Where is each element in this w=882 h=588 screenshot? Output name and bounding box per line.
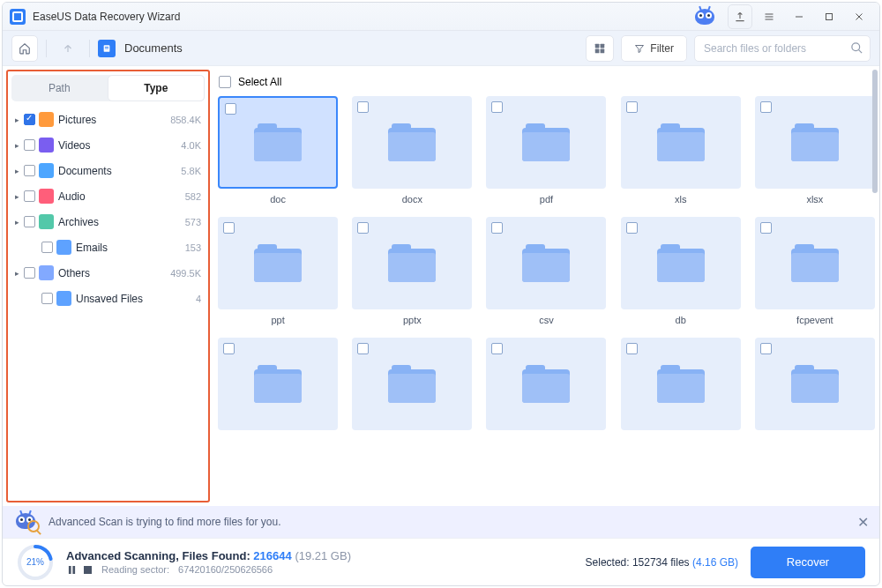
menu-button[interactable]: [756, 5, 782, 28]
checkbox[interactable]: [357, 101, 369, 113]
checkbox[interactable]: [491, 222, 503, 234]
breadcrumb[interactable]: Documents: [124, 41, 183, 55]
folder-card[interactable]: db: [620, 217, 742, 325]
recover-button[interactable]: Recover: [751, 547, 865, 578]
category-icon: [39, 214, 54, 229]
caret-icon: ▸: [15, 218, 24, 227]
select-all-label: Select All: [238, 76, 281, 88]
folder-icon: [254, 245, 302, 282]
filter-button[interactable]: Filter: [621, 35, 687, 62]
checkbox[interactable]: [24, 216, 35, 227]
select-all-checkbox[interactable]: [219, 76, 231, 88]
folder-icon: [388, 245, 436, 282]
progress-percent: 21%: [17, 544, 54, 581]
checkbox[interactable]: [24, 190, 35, 202]
folder-label: docx: [402, 194, 422, 205]
checkbox[interactable]: [626, 343, 638, 354]
folder-card[interactable]: ppt: [217, 217, 339, 325]
checkbox[interactable]: [223, 343, 235, 354]
checkbox[interactable]: [626, 101, 638, 113]
main-panel: Select All docdocxpdfxlsxlsxpptpptxcsvdb…: [210, 66, 879, 506]
category-icon: [39, 138, 54, 153]
folder-card[interactable]: pdf: [485, 96, 607, 205]
folder-icon: [522, 245, 570, 282]
folder-card[interactable]: pptx: [351, 217, 473, 325]
home-button[interactable]: [11, 35, 38, 62]
grid-view-button[interactable]: [586, 35, 614, 62]
sidebar-item-others[interactable]: ▸Others499.5K: [10, 260, 206, 286]
mascot-icon: [691, 5, 719, 27]
folder-icon: [254, 366, 302, 403]
svg-point-8: [852, 42, 860, 50]
caret-icon: ▸: [15, 269, 24, 278]
folder-icon: [388, 124, 436, 161]
svg-rect-13: [84, 566, 92, 574]
mascot-scan-icon: [11, 510, 40, 534]
stop-button[interactable]: [82, 564, 93, 575]
checkbox[interactable]: [491, 101, 503, 113]
caret-icon: ▸: [15, 192, 24, 201]
checkbox[interactable]: [760, 222, 772, 234]
checkbox[interactable]: [760, 101, 772, 113]
folder-card[interactable]: csv: [485, 217, 607, 325]
folder-label: doc: [270, 194, 286, 205]
scan-banner: Advanced Scan is trying to find more fil…: [3, 506, 879, 538]
folder-card[interactable]: xls: [620, 96, 742, 205]
close-button[interactable]: [846, 5, 872, 28]
folder-card[interactable]: [485, 338, 607, 435]
folder-card[interactable]: [620, 338, 742, 435]
minimize-button[interactable]: [786, 5, 812, 28]
checkbox[interactable]: [357, 343, 369, 354]
folder-card[interactable]: xlsx: [754, 96, 876, 205]
sidebar-item-label: Documents: [58, 165, 181, 177]
folder-icon: [791, 124, 839, 161]
folder-icon: [522, 366, 570, 403]
selected-info: Selected: 152734 files (4.16 GB): [586, 556, 738, 569]
search-input[interactable]: [694, 35, 871, 62]
sidebar-item-documents[interactable]: ▸Documents5.8K: [10, 158, 206, 183]
folder-card[interactable]: doc: [217, 96, 339, 205]
checkbox[interactable]: [626, 222, 638, 234]
tab-path[interactable]: Path: [11, 75, 108, 101]
sidebar-item-archives[interactable]: ▸Archives573: [10, 209, 206, 234]
folder-icon: [657, 245, 705, 282]
checkbox[interactable]: [24, 267, 35, 279]
up-button[interactable]: [55, 35, 81, 62]
checkbox[interactable]: [24, 139, 35, 151]
sidebar-item-pictures[interactable]: ▸Pictures858.4K: [10, 107, 206, 132]
checkbox[interactable]: [491, 343, 503, 354]
sidebar-item-label: Pictures: [58, 114, 170, 126]
maximize-button[interactable]: [816, 5, 842, 28]
checkbox[interactable]: [41, 242, 53, 253]
checkbox[interactable]: [223, 222, 235, 234]
sidebar-item-emails[interactable]: Emails153: [10, 234, 206, 260]
folder-label: xls: [675, 194, 686, 205]
sidebar-item-count: 499.5K: [170, 268, 201, 279]
category-icon: [39, 265, 54, 280]
category-icon: [39, 112, 54, 127]
sidebar-item-count: 573: [185, 217, 201, 227]
folder-card[interactable]: [217, 338, 339, 435]
scrollbar[interactable]: [872, 70, 878, 193]
folder-card[interactable]: [351, 338, 473, 435]
sidebar-item-audio[interactable]: ▸Audio582: [10, 183, 206, 209]
pause-button[interactable]: [66, 564, 77, 575]
checkbox[interactable]: [24, 165, 35, 176]
checkbox[interactable]: [24, 114, 35, 125]
category-icon: [39, 189, 54, 204]
checkbox[interactable]: [41, 293, 53, 304]
banner-close-button[interactable]: ✕: [857, 514, 869, 531]
svg-rect-2: [105, 46, 108, 47]
folder-card[interactable]: [754, 338, 876, 435]
svg-rect-6: [595, 48, 600, 53]
share-button[interactable]: [728, 4, 752, 29]
folder-card[interactable]: docx: [351, 96, 473, 205]
checkbox[interactable]: [357, 222, 369, 234]
sidebar-item-unsaved-files[interactable]: Unsaved Files4: [10, 286, 206, 311]
folder-card[interactable]: fcpevent: [754, 217, 876, 325]
checkbox[interactable]: [760, 343, 772, 354]
tab-type[interactable]: Type: [108, 75, 206, 101]
checkbox[interactable]: [225, 103, 236, 115]
app-window: EaseUS Data Recovery Wizard: [2, 2, 880, 586]
sidebar-item-videos[interactable]: ▸Videos4.0K: [10, 132, 206, 158]
